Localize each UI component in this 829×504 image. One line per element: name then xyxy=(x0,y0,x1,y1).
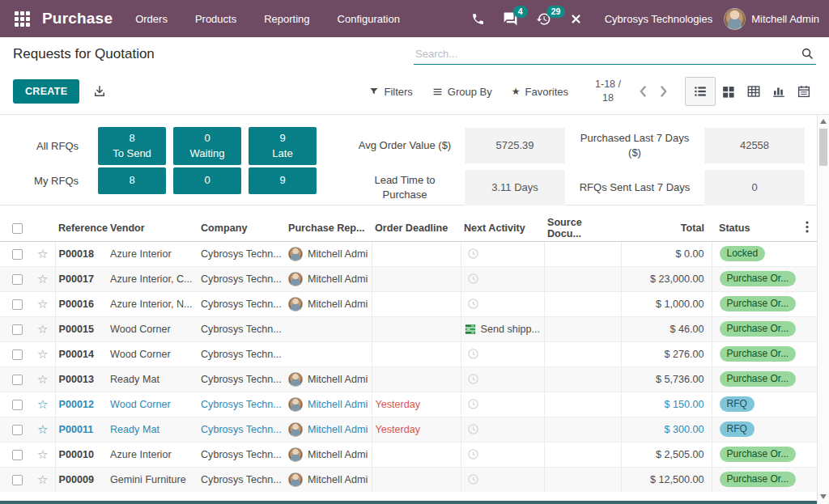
row-source-document xyxy=(544,392,621,417)
favorite-star-icon[interactable]: ☆ xyxy=(31,417,55,442)
vertical-scrollbar[interactable] xyxy=(817,115,829,504)
pager-previous-icon[interactable] xyxy=(633,82,653,101)
favorite-star-icon[interactable]: ☆ xyxy=(31,366,55,392)
header-company[interactable]: Company xyxy=(198,216,285,241)
create-button[interactable]: CREATE xyxy=(13,79,79,104)
filters-dropdown[interactable]: Filters xyxy=(369,86,412,98)
list-view-icon[interactable] xyxy=(685,77,716,106)
kpi-late-button[interactable]: 9Late xyxy=(249,127,317,165)
scroll-up-arrow[interactable] xyxy=(820,119,827,124)
rfq-row[interactable]: ☆ P00017 Azure Interior, C... Cybrosys T… xyxy=(0,266,817,291)
row-checkbox[interactable] xyxy=(12,324,23,335)
favorite-star-icon[interactable]: ☆ xyxy=(31,291,55,316)
row-checkbox[interactable] xyxy=(12,299,23,310)
row-activity[interactable] xyxy=(461,366,544,392)
rfq-row[interactable]: ☆ P00009 Gemini Furniture Cybrosys Techn… xyxy=(0,467,817,492)
favorite-star-icon[interactable]: ☆ xyxy=(31,442,55,467)
row-activity[interactable] xyxy=(461,291,544,316)
app-title[interactable]: Purchase xyxy=(42,10,113,28)
optional-columns-icon[interactable] xyxy=(797,216,817,241)
activity-clock-icon xyxy=(465,398,541,410)
header-vendor[interactable]: Vendor xyxy=(107,216,198,241)
kpi-waiting-button[interactable]: 0Waiting xyxy=(173,127,241,165)
messages-icon[interactable]: 4 xyxy=(503,11,518,27)
row-activity[interactable] xyxy=(461,442,544,467)
header-order-deadline[interactable]: Order Deadline xyxy=(372,216,461,241)
activities-icon[interactable]: 29 xyxy=(536,11,551,27)
row-activity[interactable] xyxy=(461,417,544,442)
phone-icon[interactable] xyxy=(471,12,485,26)
favorite-star-icon[interactable]: ☆ xyxy=(31,467,55,492)
row-checkbox[interactable] xyxy=(12,400,23,410)
menu-products[interactable]: Products xyxy=(195,13,236,25)
activity-send-shipping: Send shipp... xyxy=(465,324,541,335)
kpi-my-late-button[interactable]: 9 xyxy=(249,167,317,194)
favorite-star-icon[interactable]: ☆ xyxy=(31,241,55,266)
row-activity[interactable] xyxy=(461,392,544,417)
rfq-row[interactable]: ☆ P00012 Wood Corner Cybrosys Techn... M… xyxy=(0,392,817,417)
row-checkbox[interactable] xyxy=(12,375,23,385)
export-icon[interactable] xyxy=(92,84,107,99)
row-activity[interactable] xyxy=(461,266,544,291)
menu-orders[interactable]: Orders xyxy=(135,13,168,25)
rfq-row[interactable]: ☆ P00013 Ready Mat Cybrosys Techn... Mit… xyxy=(0,366,817,392)
header-next-activity[interactable]: Next Activity xyxy=(461,216,544,241)
rep-avatar xyxy=(288,272,303,286)
user-menu[interactable]: Mitchell Admin xyxy=(751,13,819,25)
header-reference[interactable]: Reference xyxy=(55,216,107,241)
row-activity[interactable] xyxy=(461,241,544,266)
rfq-row[interactable]: ☆ P00016 Azure Interior, N... Cybrosys T… xyxy=(0,291,817,316)
page-title: Requests for Quotation xyxy=(13,46,155,62)
tools-icon[interactable] xyxy=(569,12,583,26)
favorites-dropdown[interactable]: ★ Favorites xyxy=(512,86,568,98)
favorite-star-icon[interactable]: ☆ xyxy=(31,341,55,366)
select-all-checkbox[interactable] xyxy=(12,223,23,234)
pivot-view-icon[interactable] xyxy=(741,77,766,106)
search-input[interactable] xyxy=(414,44,816,65)
row-checkbox[interactable] xyxy=(12,475,23,485)
scroll-down-arrow[interactable] xyxy=(820,494,827,499)
pager-next-icon[interactable] xyxy=(653,82,674,101)
control-panel: Requests for Quotation CREATE Filters xyxy=(0,37,829,115)
group-by-dropdown[interactable]: Group By xyxy=(432,86,492,98)
row-activity[interactable] xyxy=(461,341,544,366)
header-purchase-rep[interactable]: Purchase Rep... xyxy=(285,216,372,241)
menu-reporting[interactable]: Reporting xyxy=(264,13,309,25)
row-checkbox[interactable] xyxy=(12,249,23,260)
kanban-view-icon[interactable] xyxy=(716,77,741,106)
rfq-row[interactable]: ☆ P00011 Ready Mat Cybrosys Techn... Mit… xyxy=(0,417,817,442)
search-icon[interactable] xyxy=(801,47,814,64)
company-switcher[interactable]: Cybrosys Technologies xyxy=(605,13,712,25)
rfq-row[interactable]: ☆ P00014 Wood Corner Cybrosys Techn... $… xyxy=(0,341,817,366)
row-vendor: Gemini Furniture xyxy=(107,467,198,492)
menu-configuration[interactable]: Configuration xyxy=(338,13,400,25)
row-reference: P00017 xyxy=(55,266,107,291)
row-company: Cybrosys Techn... xyxy=(198,291,285,316)
kpi-my-to-send-button[interactable]: 8 xyxy=(98,167,166,194)
favorite-star-icon[interactable]: ☆ xyxy=(31,266,55,291)
favorite-star-icon[interactable]: ☆ xyxy=(31,392,55,417)
row-activity[interactable] xyxy=(461,467,544,492)
row-checkbox[interactable] xyxy=(12,274,23,285)
rfq-row[interactable]: ☆ P00018 Azure Interior Cybrosys Techn..… xyxy=(0,241,817,266)
row-checkbox[interactable] xyxy=(12,349,23,360)
scrollbar-thumb[interactable] xyxy=(819,129,827,166)
rfq-row[interactable]: ☆ P00015 Wood Corner Cybrosys Techn... S… xyxy=(0,316,817,341)
apps-menu-icon[interactable] xyxy=(11,8,32,29)
calendar-view-icon[interactable] xyxy=(791,77,816,106)
favorite-star-icon[interactable]: ☆ xyxy=(31,316,55,341)
header-source-document[interactable]: Source Docu... xyxy=(544,216,621,241)
kpi-to-send-button[interactable]: 8To Send xyxy=(98,127,166,165)
kpi-my-waiting-button[interactable]: 0 xyxy=(173,167,241,194)
row-checkbox[interactable] xyxy=(12,425,23,435)
row-total: $ 12,500.00 xyxy=(621,467,712,492)
user-avatar[interactable] xyxy=(724,8,746,30)
rep-avatar xyxy=(288,247,303,261)
row-activity[interactable]: Send shipp... xyxy=(461,316,544,341)
header-status[interactable]: Status xyxy=(712,216,797,241)
row-checkbox[interactable] xyxy=(12,450,23,460)
shipping-activity-icon xyxy=(465,324,476,335)
rfq-row[interactable]: ☆ P00010 Azure Interior Cybrosys Techn..… xyxy=(0,442,817,467)
graph-view-icon[interactable] xyxy=(766,77,791,106)
header-total[interactable]: Total xyxy=(621,216,712,241)
